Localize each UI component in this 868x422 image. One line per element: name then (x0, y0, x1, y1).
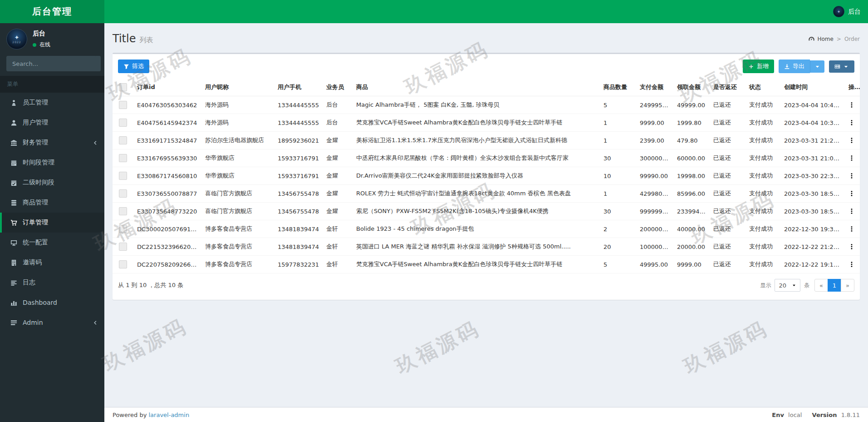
per-page-select[interactable]: 20 (775, 279, 800, 292)
refresh-icon[interactable] (813, 0, 826, 23)
cell-agent: 金轩 (323, 256, 353, 273)
page-title: Title列表 (113, 32, 153, 45)
cell-qty: 1 (600, 132, 636, 149)
cell-agent: 金轩 (323, 220, 353, 238)
row-actions-icon[interactable] (848, 208, 856, 214)
sidebar-item-product[interactable]: 商品管理 (0, 193, 104, 213)
row-checkbox[interactable] (119, 260, 127, 268)
search-input[interactable] (6, 56, 95, 71)
cell-agent: 金耀 (323, 132, 353, 149)
column-header[interactable]: 支付金额 (636, 79, 673, 96)
sidebar-item-log[interactable]: 日志 (0, 273, 104, 293)
row-checkbox[interactable] (119, 243, 127, 251)
cell-checkbox (113, 256, 133, 273)
sidebar-item-finance[interactable]: 财务管理 (0, 133, 104, 153)
row-actions-icon[interactable] (848, 119, 856, 126)
cell-created-at: 2023-03-31 21:26:11 (780, 132, 845, 149)
cell-phone: 13481839474 (274, 220, 323, 238)
column-header[interactable]: 操作 (845, 79, 860, 96)
version-value: 1.8.11 (841, 412, 860, 418)
row-checkbox[interactable] (119, 207, 127, 215)
export-dropdown-button[interactable] (810, 60, 824, 73)
top-bar: 后台管理 ✦ 后台 (0, 0, 868, 23)
row-checkbox[interactable] (119, 225, 127, 233)
cell-returned: 已返还 (710, 185, 745, 203)
row-actions-icon[interactable] (848, 226, 856, 232)
sidebar-item-sub-timeslot[interactable]: 二级时间段 (0, 173, 104, 193)
row-actions-icon[interactable] (848, 137, 856, 144)
table-summary: 从 1 到 10 ，总共 10 条 (118, 281, 183, 289)
cell-product: 美标浴缸卫浴1.1米1.5米1.7米压克力民宿深泡小户型无裙嵌入式浴缸日式新科德 (353, 132, 600, 149)
column-header[interactable]: 领取金额 (673, 79, 710, 96)
sidebar-item-label: 员工管理 (23, 99, 48, 107)
row-actions-icon[interactable] (848, 173, 856, 179)
row-checkbox[interactable] (119, 154, 127, 162)
column-header[interactable]: 订单id (133, 79, 201, 96)
pagination-page-1[interactable]: 1 (828, 279, 841, 292)
app-logo[interactable]: 后台管理 (0, 0, 104, 23)
column-header[interactable]: 是否返还 (710, 79, 745, 96)
cell-returned: 已返还 (710, 96, 745, 114)
cell-order-id: E330736550078877 (133, 185, 201, 203)
row-actions-icon[interactable] (848, 261, 856, 268)
laravel-admin-link[interactable]: laravel-admin (149, 412, 190, 418)
user-status[interactable]: 在线 (33, 41, 50, 49)
sidebar-item-employee[interactable]: 员工管理 (0, 93, 104, 113)
cell-nickname: 华帝旗舰店 (201, 167, 274, 185)
search-icon[interactable] (95, 56, 101, 71)
cell-product: ROLEX 劳力士 蚝式恒动宇宙计型迪通拿腕表18ct黄金款 40mm 香槟色 … (353, 185, 600, 203)
cell-receive-amount: 40000.00 (673, 220, 710, 238)
cell-pay-amount: 2399.00 (636, 132, 673, 149)
sidebar-item-invite-code[interactable]: 邀请码 (0, 253, 104, 273)
export-button[interactable]: 导出 (779, 60, 810, 73)
row-actions-icon[interactable] (848, 190, 856, 197)
nav-user-menu[interactable]: ✦ 后台 (826, 0, 868, 23)
add-button[interactable]: 新增 (743, 60, 774, 73)
sidebar-item-timeslot[interactable]: 时间段管理 (0, 153, 104, 173)
sidebar-toggle-icon[interactable] (104, 0, 121, 23)
column-header[interactable]: 业务员 (323, 79, 353, 96)
cell-agent: 金耀 (323, 203, 353, 220)
main-content: Title列表 Home > Order 筛选 (104, 23, 868, 407)
row-checkbox[interactable] (119, 119, 127, 127)
column-header[interactable]: 商品 (353, 79, 600, 96)
pagination-next[interactable]: » (841, 279, 854, 292)
row-checkbox[interactable] (119, 101, 127, 109)
column-header[interactable]: 用户手机 (274, 79, 323, 96)
cell-phone: 15933716791 (274, 167, 323, 185)
plus-icon (748, 64, 754, 70)
column-header[interactable]: 用户昵称 (201, 79, 274, 96)
sidebar-item-config[interactable]: 统一配置 (0, 233, 104, 253)
row-checkbox[interactable] (119, 172, 127, 180)
filter-button[interactable]: 筛选 (118, 60, 149, 73)
database-icon (8, 199, 19, 206)
cell-checkbox (113, 220, 133, 238)
env-label: Env (772, 412, 784, 418)
row-checkbox[interactable] (119, 189, 127, 198)
cell-pay-amount: 100000.00 (636, 238, 673, 256)
cell-order-id: E404763056303462 (133, 96, 201, 114)
sidebar-item-dashboard[interactable]: Dashboard (0, 293, 104, 313)
sidebar-item-order[interactable]: 订单管理 (0, 213, 104, 233)
dashboard-gauge-icon (808, 35, 815, 42)
sidebar-item-label: 统一配置 (23, 238, 48, 247)
column-header[interactable]: 商品数量 (600, 79, 636, 96)
show-label: 显示 (760, 282, 771, 289)
column-selector-button[interactable] (829, 60, 854, 73)
cell-receive-amount: 19998.00 (673, 167, 710, 185)
cell-nickname: 海外源码 (201, 96, 274, 114)
row-actions-icon[interactable] (848, 243, 856, 250)
column-header[interactable]: 状态 (745, 79, 780, 96)
tasks-icon (8, 319, 19, 326)
column-header[interactable]: 创建时间 (780, 79, 845, 96)
row-checkbox[interactable] (119, 136, 127, 144)
breadcrumb-home[interactable]: Home (808, 35, 833, 42)
sidebar-item-user[interactable]: 用户管理 (0, 113, 104, 133)
pagination-prev[interactable]: « (814, 279, 828, 292)
sidebar-item-admin[interactable]: Admin (0, 313, 104, 333)
cell-qty: 1 (600, 114, 636, 132)
row-actions-icon[interactable] (848, 155, 856, 161)
select-all-checkbox[interactable] (119, 83, 127, 91)
row-actions-icon[interactable] (848, 102, 856, 108)
table-row: E330867174560810华帝旗舰店15933716791金耀Dr.Arr… (113, 167, 860, 185)
